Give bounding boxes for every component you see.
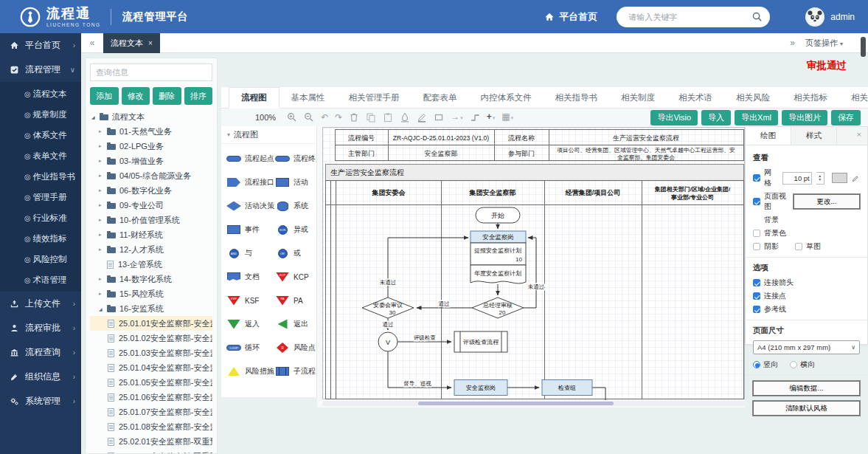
delete-icon[interactable] — [349, 112, 359, 123]
sidebar-subitem[interactable]: 体系文件 — [0, 125, 81, 145]
tree-leaf[interactable]: 25.01.03安全监察部-安全监 — [90, 345, 212, 360]
sidebar-item-query[interactable]: 流程查询 › — [0, 340, 81, 365]
grid-size-stepper[interactable]: ▲▼ — [816, 172, 824, 185]
sketch-checkbox[interactable]: 草图 — [795, 241, 821, 252]
tree-leaf[interactable]: 25.02.01安全监察部-双重预 — [90, 434, 212, 449]
copy-icon[interactable] — [366, 112, 376, 123]
grid-checkbox[interactable]: 网格 — [753, 168, 778, 188]
palette-shape-event[interactable]: 事件 — [226, 218, 274, 241]
export-action-button[interactable]: 导出Visio — [650, 110, 698, 125]
palette-shape-system[interactable]: 系统 — [274, 194, 317, 218]
sidebar-subitem[interactable]: 管理手册 — [0, 187, 81, 207]
tree-folder[interactable]: 03-增值业务 — [90, 154, 212, 168]
tree-toggle-icon[interactable] — [99, 202, 107, 208]
panel-tab-draw[interactable]: 绘图 — [746, 127, 791, 145]
close-panel-icon[interactable]: × — [851, 127, 867, 145]
connect-points-checkbox[interactable]: 连接点 — [753, 291, 786, 301]
palette-shape-decision[interactable]: 活动决策 — [226, 194, 274, 218]
main-tab[interactable]: 基本属性 — [280, 88, 337, 108]
tree-toggle-icon[interactable] — [99, 291, 107, 297]
main-tab[interactable]: 配套表单 — [412, 88, 469, 108]
tree-toggle-icon[interactable] — [99, 276, 107, 282]
tree-toggle-icon[interactable] — [99, 232, 107, 238]
query-action-button[interactable]: 删除 — [153, 87, 181, 105]
collapse-tabs-icon[interactable]: « — [81, 38, 103, 48]
tree-leaf[interactable]: 25.01.06安全监察部-安全监 — [90, 390, 212, 405]
tree-leaf[interactable]: 25.01.01安全监察部-安全监 — [90, 316, 212, 331]
palette-shape-and[interactable]: AND与 — [226, 241, 274, 265]
tree-folder[interactable]: 04/05-综合能源业务 — [90, 168, 212, 183]
tree-toggle-icon[interactable] — [99, 306, 107, 312]
sidebar-subitem[interactable]: 风险控制 — [0, 249, 81, 269]
palette-shape-loop[interactable]: LOOP循环 — [226, 336, 274, 360]
main-tab[interactable]: 相关风险 — [724, 88, 782, 108]
tree-leaf[interactable]: 25.01.08安全监察部-安全监 — [90, 419, 212, 434]
sidebar-item-process-mgmt[interactable]: 流程管理 ∨ — [0, 58, 81, 82]
sidebar-subitem[interactable]: 表单文件 — [0, 145, 81, 166]
tree-toggle-icon[interactable] — [99, 128, 107, 134]
panel-tab-style[interactable]: 样式 — [791, 127, 837, 145]
redo-icon[interactable]: ↷ — [335, 112, 342, 123]
page-size-select[interactable]: A4 (210 mm x 297 mm) ∨ — [753, 340, 860, 354]
main-tab[interactable]: 相关指标 — [782, 88, 839, 108]
change-background-button[interactable]: 更改... — [794, 194, 860, 209]
tree-leaf[interactable]: 25.01.02安全监察部-安全监 — [90, 331, 212, 345]
main-tab[interactable]: 流程图 — [229, 87, 280, 109]
edit-data-button[interactable]: 编辑数据... — [753, 381, 860, 396]
close-tab-icon[interactable]: × — [148, 39, 153, 47]
arrow-style-dropdown[interactable]: → — [451, 111, 463, 123]
palette-shape-end[interactable]: 流程终点 — [274, 147, 317, 171]
tree-leaf[interactable]: 25.01.05安全监察部-安全监 — [90, 375, 212, 390]
sidebar-subitem[interactable]: 流程文本 — [0, 83, 81, 104]
main-tab[interactable]: 相关术语 — [667, 88, 724, 108]
clear-default-style-button[interactable]: 清除默认风格 — [753, 401, 860, 416]
grid-color-swatch[interactable] — [832, 173, 848, 183]
tree-toggle-icon[interactable] — [99, 143, 107, 149]
zoom-out-icon[interactable] — [304, 112, 314, 123]
tree-folder[interactable]: 15-风控系统 — [90, 286, 212, 301]
query-action-button[interactable]: 修改 — [122, 87, 150, 105]
shadow-checkbox[interactable]: 阴影 — [753, 241, 779, 252]
tree-leaf[interactable]: 25.01.07安全监察部-安全监 — [90, 405, 212, 419]
tree-folder[interactable]: 02-LPG业务 — [90, 139, 212, 154]
zoom-in-icon[interactable] — [287, 112, 297, 123]
query-input[interactable] — [90, 63, 212, 81]
tree-folder[interactable]: 11-财经系统 — [90, 227, 212, 242]
palette-shape-return-in[interactable]: 返入 — [226, 312, 274, 336]
palette-shape-return-out[interactable]: 返出 — [274, 312, 317, 336]
palette-shape-risk-measure[interactable]: 风险措施 — [226, 360, 274, 383]
tree-toggle-icon[interactable] — [99, 247, 107, 252]
sidebar-subitem[interactable]: 作业指导书 — [0, 166, 81, 187]
main-tab[interactable]: 相关管理手册 — [337, 88, 412, 108]
palette-shape-activity[interactable]: 活动 — [274, 171, 317, 194]
main-tab[interactable]: 内控体系文件 — [469, 88, 544, 108]
export-action-button[interactable]: 导出图片 — [782, 110, 827, 125]
page-view-checkbox[interactable]: 页面视图 — [753, 191, 789, 212]
edit-color-icon[interactable] — [852, 174, 860, 182]
palette-shape-interface[interactable]: 流程接口 — [226, 171, 274, 194]
sidebar-item-org[interactable]: 组织信息 › — [0, 365, 81, 389]
line-color-icon[interactable] — [417, 112, 427, 123]
scrollbar-thumb[interactable] — [861, 37, 866, 57]
fill-color-icon[interactable] — [400, 112, 410, 123]
palette-shape-subprocess[interactable]: 子流程 — [274, 360, 317, 383]
palette-shape-document[interactable]: 文档 — [226, 265, 274, 289]
landscape-radio[interactable]: 横向 — [790, 360, 815, 370]
palette-shape-ksf[interactable]: KSFKSF — [226, 289, 274, 312]
palette-shape-xor[interactable]: XOR异或 — [274, 218, 317, 241]
main-tab[interactable]: 相关指导书 — [544, 88, 610, 108]
sidebar-item-system[interactable]: 系统管理 › — [0, 389, 81, 413]
tree-toggle-icon[interactable] — [99, 158, 107, 164]
query-action-button[interactable]: 添加 — [90, 87, 119, 105]
shape-outline-icon[interactable] — [434, 112, 444, 123]
sidebar-subitem[interactable]: 规章制度 — [0, 104, 81, 125]
forward-tabs-icon[interactable]: » — [790, 38, 795, 48]
palette-shape-kcp[interactable]: KCPKCP — [274, 265, 317, 289]
palette-shape-risk[interactable]: R风险点 — [274, 336, 317, 360]
export-action-button[interactable]: 导入 — [701, 110, 731, 125]
export-action-button[interactable]: 导出Xml — [735, 110, 778, 125]
tree-folder[interactable]: 01-天然气业务 — [90, 124, 212, 139]
tab-operations-dropdown[interactable]: 页签操作 ▾ — [805, 38, 843, 49]
connect-arrows-checkbox[interactable]: 连接箭头 — [753, 278, 794, 288]
palette-shape-pa[interactable]: PAPA — [274, 289, 317, 312]
